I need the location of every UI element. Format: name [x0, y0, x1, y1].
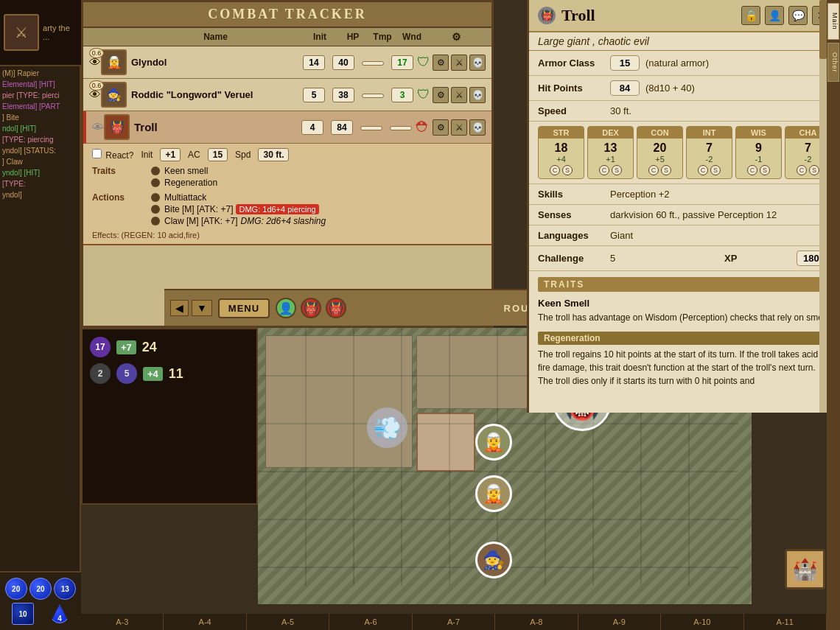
action-name-bite: Bite [M] [ATK: +7]: [164, 204, 233, 214]
cs-s-str[interactable]: S: [562, 165, 573, 175]
chat-line: yndol]: [2, 190, 77, 200]
armor-class-label: Armor Class: [538, 57, 604, 69]
roll-modifier-2: +4: [143, 367, 163, 381]
languages-val: Giant: [610, 230, 633, 241]
trait-regen-block: Regeneration The troll regains 10 hit po…: [538, 332, 831, 388]
ability-cs-con: C S: [639, 165, 681, 175]
ability-name-dex: DEX: [588, 127, 633, 139]
map-col-label-A-10: A-10: [661, 614, 743, 630]
ability-score-str: 18: [540, 141, 582, 155]
map-token-elf1[interactable]: 🧝: [475, 424, 512, 461]
map-col-label-A-4: A-4: [164, 614, 246, 630]
gear-icon-troll[interactable]: ⚙: [433, 119, 449, 136]
sword-icon-troll[interactable]: ⚔: [451, 119, 467, 136]
panel-scrollbar-thumb[interactable]: [819, 0, 827, 59]
portrait-glyndol: 🧝: [101, 49, 127, 75]
token-icons: 👤 👹 👹: [276, 298, 346, 318]
cs-s-wis[interactable]: S: [760, 165, 770, 175]
gear-icon-glyndol[interactable]: ⚙: [433, 55, 449, 71]
sidebar-tab-main[interactable]: Main: [827, 3, 839, 40]
eye-icon-troll[interactable]: 👁: [92, 121, 104, 134]
speed-section: Speed 30 ft.: [529, 101, 840, 122]
avatar-area: ⚔ arty the ...: [0, 0, 81, 66]
portrait-roddic: 🧙: [101, 82, 127, 108]
hit-points-section: Hit Points 84 (8d10 + 40): [529, 76, 840, 101]
die-d20-2[interactable]: 20: [29, 578, 52, 600]
chat-line: Elemental] [PART: [2, 102, 77, 111]
col-wnd: Wnd: [397, 32, 427, 42]
cs-s-int[interactable]: S: [710, 165, 721, 175]
ability-mod-str: +4: [540, 155, 582, 164]
chat-line: (M)] Rapier: [2, 69, 77, 78]
skull-icon-glyndol[interactable]: 💀: [469, 55, 486, 71]
trait-keen-smell-desc: The troll has advantage on Wisdom (Perce…: [538, 311, 831, 324]
cs-s-con[interactable]: S: [661, 165, 671, 175]
arrow-left-btn[interactable]: ◀: [170, 300, 189, 316]
sword-icon-roddic[interactable]: ⚔: [451, 87, 467, 103]
cs-c-wis[interactable]: C: [747, 165, 757, 175]
panel-header-icons: 🔒 👤 💬 ✕: [741, 6, 831, 25]
cs-c-cha[interactable]: C: [797, 165, 807, 175]
challenge-section: Challenge 5 XP 1800: [529, 246, 840, 271]
senses-section: Senses darkvision 60 ft., passive Percep…: [529, 205, 840, 225]
die-d10[interactable]: 10: [12, 603, 34, 625]
cs-s-cha[interactable]: S: [809, 165, 819, 175]
combatant-row-troll: 👁 👹 Troll 4 84 ⛑ ⚙ ⚔ 💀: [83, 111, 491, 144]
roll-badge-2a: 2: [90, 363, 111, 384]
effects-line: Effects: (REGEN: 10 acid,fire): [92, 231, 483, 239]
hit-points-label: Hit Points: [538, 83, 604, 94]
chat-line: pier [TYPE: pierci: [2, 91, 77, 100]
die-d4[interactable]: 4: [50, 604, 69, 623]
spd-val-troll: 30 ft.: [258, 148, 289, 161]
chat-line: ] Claw: [2, 157, 77, 167]
die-d20-3[interactable]: 13: [54, 578, 76, 600]
cs-c-con[interactable]: C: [648, 165, 659, 175]
ability-name-str: STR: [539, 127, 584, 139]
challenge-label: Challenge: [538, 253, 604, 264]
col-init: Init: [301, 32, 338, 42]
cs-c-dex[interactable]: C: [599, 165, 609, 175]
panel-scrollbar[interactable]: [819, 0, 827, 413]
ability-int: INT 7 -2 C S: [686, 126, 732, 179]
regen-desc: The troll regains 10 hit points at the s…: [538, 348, 831, 388]
left-panel: ⚔ arty the ... (M)] RapierElemental] [HI…: [0, 0, 81, 630]
armor-class-note: (natural armor): [645, 57, 709, 69]
hp-troll: 84: [327, 120, 357, 135]
map-token-elf2[interactable]: 🧝: [475, 475, 512, 512]
sword-icon-glyndol[interactable]: ⚔: [451, 55, 467, 71]
die-d20-1[interactable]: 20: [5, 578, 27, 600]
chat-line: yndol] [STATUS:: [2, 146, 77, 155]
map-token-warrior[interactable]: 🧙: [475, 542, 512, 578]
spd-label-troll: Spd: [235, 150, 251, 160]
skull-icon-troll[interactable]: 💀: [469, 119, 486, 136]
bullet-icon-3: [151, 193, 160, 202]
traits-list: Keen smell Regeneration: [151, 166, 483, 189]
troll-stat-panel: 👹 Troll 🔒 👤 💬 ✕ Large giant , chaotic ev…: [527, 0, 840, 413]
gear-icon-roddic[interactable]: ⚙: [433, 87, 449, 103]
cs-c-int[interactable]: C: [698, 165, 708, 175]
wnd-roddic: 3: [388, 88, 417, 102]
map-token-smoke[interactable]: 💨: [367, 407, 407, 448]
sidebar-tab-other[interactable]: Other: [827, 43, 839, 83]
senses-label: Senses: [538, 209, 604, 220]
skull-icon-roddic[interactable]: 💀: [469, 87, 486, 103]
traits-section-tracker: Traits Keen smell Regeneration: [92, 166, 483, 189]
cs-c-str[interactable]: C: [550, 165, 560, 175]
react-checkbox[interactable]: [92, 149, 102, 158]
level-roddic: 0.6: [89, 80, 104, 91]
map-col-label-A-3: A-3: [81, 614, 164, 630]
map-col-label-A-5: A-5: [247, 614, 329, 630]
chat-icon-btn[interactable]: 💬: [788, 6, 808, 25]
menu-button[interactable]: MENU: [218, 298, 270, 318]
lock-icon-btn[interactable]: 🔒: [741, 6, 760, 25]
arrow-down-btn[interactable]: ▼: [192, 300, 212, 316]
ability-cs-wis: C S: [738, 165, 780, 175]
ability-score-con: 20: [639, 141, 681, 155]
init-label-troll: Init: [141, 150, 153, 160]
settings-icon[interactable]: ⚙: [452, 31, 461, 43]
ability-score-int: 7: [688, 141, 730, 155]
person-icon-btn[interactable]: 👤: [765, 6, 784, 25]
cs-s-dex[interactable]: S: [612, 165, 622, 175]
ac-label-troll: AC: [188, 150, 200, 160]
castle-icon[interactable]: 🏰: [785, 549, 825, 589]
